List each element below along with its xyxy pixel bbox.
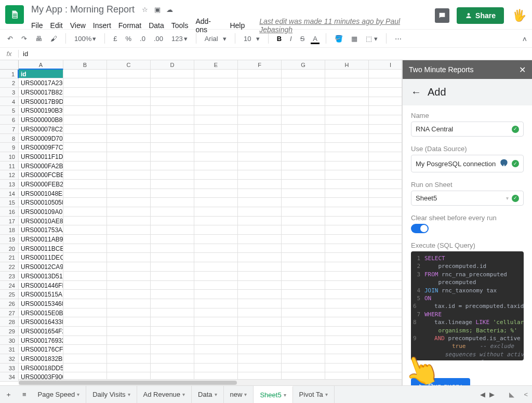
cell[interactable]: URS0001048E3B_77133 bbox=[19, 189, 63, 198]
strike-button[interactable]: S bbox=[298, 33, 307, 44]
fill-color-button[interactable]: 🪣 bbox=[332, 33, 345, 44]
cell[interactable]: URS00009D70AC_77133 bbox=[19, 134, 63, 143]
cell[interactable] bbox=[107, 225, 151, 235]
cell[interactable] bbox=[63, 262, 107, 272]
cell[interactable] bbox=[194, 235, 238, 244]
cell[interactable]: URS0000FCBB56_77133 bbox=[19, 170, 63, 180]
row-header[interactable]: 7 bbox=[0, 125, 19, 134]
menu-add-ons[interactable]: Add-ons bbox=[195, 17, 222, 34]
clear-sheet-toggle[interactable] bbox=[411, 224, 429, 233]
row-header[interactable]: 16 bbox=[0, 207, 19, 217]
cell[interactable] bbox=[282, 207, 325, 217]
cell[interactable]: URS0001643387_77133 bbox=[19, 317, 63, 327]
cell[interactable] bbox=[282, 106, 325, 115]
cell[interactable] bbox=[282, 198, 325, 207]
cell[interactable]: URS00011BCEB9_77133 bbox=[19, 244, 63, 253]
cell[interactable] bbox=[238, 134, 282, 143]
cell[interactable] bbox=[325, 207, 369, 217]
cell[interactable] bbox=[151, 125, 194, 134]
cell[interactable] bbox=[107, 180, 151, 189]
cell[interactable]: id bbox=[19, 70, 63, 79]
cell[interactable] bbox=[194, 272, 238, 281]
cell[interactable] bbox=[369, 244, 402, 253]
cell[interactable] bbox=[63, 364, 107, 373]
cell[interactable] bbox=[151, 225, 194, 235]
cell[interactable]: URS000078C257_77133 bbox=[19, 125, 63, 134]
cell[interactable] bbox=[107, 244, 151, 253]
row-header[interactable]: 9 bbox=[0, 143, 19, 152]
datasource-select[interactable]: My PosgreSQL connection bbox=[411, 155, 524, 172]
cell[interactable] bbox=[194, 143, 238, 152]
cell[interactable] bbox=[63, 281, 107, 290]
cell[interactable] bbox=[151, 290, 194, 299]
cell[interactable] bbox=[282, 115, 325, 125]
cell[interactable] bbox=[369, 299, 402, 308]
explore-icon[interactable]: ◣ bbox=[509, 391, 514, 398]
row-header[interactable]: 14 bbox=[0, 189, 19, 198]
cell[interactable] bbox=[325, 134, 369, 143]
cell[interactable] bbox=[282, 281, 325, 290]
cell[interactable] bbox=[238, 198, 282, 207]
cell[interactable] bbox=[282, 327, 325, 336]
cell[interactable] bbox=[325, 97, 369, 106]
font-size-select[interactable]: 10 ▾ bbox=[242, 33, 262, 44]
cell[interactable] bbox=[151, 70, 194, 79]
cell[interactable] bbox=[63, 198, 107, 207]
horizontal-scrollbar[interactable] bbox=[19, 379, 402, 385]
cell[interactable] bbox=[325, 364, 369, 373]
cell[interactable]: URS00017B9D12_77133 bbox=[19, 97, 63, 106]
menu-format[interactable]: Format bbox=[118, 21, 141, 30]
cell[interactable] bbox=[369, 235, 402, 244]
cell[interactable] bbox=[238, 253, 282, 262]
cell[interactable] bbox=[151, 88, 194, 97]
row-header[interactable]: 21 bbox=[0, 253, 19, 262]
row-header[interactable]: 22 bbox=[0, 262, 19, 272]
cell[interactable] bbox=[238, 327, 282, 336]
number-format-select[interactable]: 123 ▾ bbox=[169, 33, 190, 44]
cell[interactable] bbox=[282, 162, 325, 171]
cell[interactable] bbox=[63, 336, 107, 345]
cell[interactable] bbox=[63, 125, 107, 134]
name-input[interactable]: RNA Central bbox=[411, 122, 524, 137]
cell[interactable] bbox=[151, 217, 194, 226]
row-header[interactable]: 27 bbox=[0, 308, 19, 318]
cell[interactable] bbox=[282, 225, 325, 235]
cell[interactable] bbox=[282, 180, 325, 189]
row-header[interactable]: 34 bbox=[0, 372, 19, 382]
cell[interactable] bbox=[63, 345, 107, 354]
cell[interactable] bbox=[282, 217, 325, 226]
cell[interactable] bbox=[151, 106, 194, 115]
cell[interactable] bbox=[194, 217, 238, 226]
cell[interactable] bbox=[238, 345, 282, 354]
cell[interactable] bbox=[369, 262, 402, 272]
zoom-select[interactable]: 100% ▾ bbox=[72, 33, 98, 44]
row-header[interactable]: 17 bbox=[0, 217, 19, 226]
cell[interactable] bbox=[282, 308, 325, 318]
cell[interactable] bbox=[63, 235, 107, 244]
cell[interactable] bbox=[369, 272, 402, 281]
all-sheets-button[interactable]: ≡ bbox=[17, 386, 32, 403]
cell[interactable] bbox=[238, 317, 282, 327]
cell[interactable] bbox=[63, 143, 107, 152]
menu-data[interactable]: Data bbox=[149, 21, 164, 30]
cell[interactable] bbox=[369, 336, 402, 345]
cell[interactable] bbox=[63, 70, 107, 79]
chevron-down-icon[interactable]: ▾ bbox=[77, 392, 79, 397]
cell[interactable]: URS000176CFEC_77133 bbox=[19, 345, 63, 354]
cell[interactable] bbox=[369, 152, 402, 162]
cell[interactable] bbox=[238, 290, 282, 299]
cell[interactable] bbox=[238, 207, 282, 217]
column-header[interactable]: G bbox=[282, 60, 325, 70]
cell[interactable] bbox=[238, 70, 282, 79]
cell[interactable] bbox=[151, 198, 194, 207]
sheet-tab[interactable]: Pivot Ta▾ bbox=[293, 386, 335, 403]
cell[interactable] bbox=[63, 225, 107, 235]
cell[interactable] bbox=[238, 262, 282, 272]
cell[interactable] bbox=[282, 299, 325, 308]
cell[interactable] bbox=[369, 78, 402, 88]
cell[interactable] bbox=[282, 272, 325, 281]
cell[interactable] bbox=[151, 327, 194, 336]
row-header[interactable]: 30 bbox=[0, 336, 19, 345]
cell[interactable] bbox=[369, 115, 402, 125]
cell[interactable] bbox=[63, 106, 107, 115]
